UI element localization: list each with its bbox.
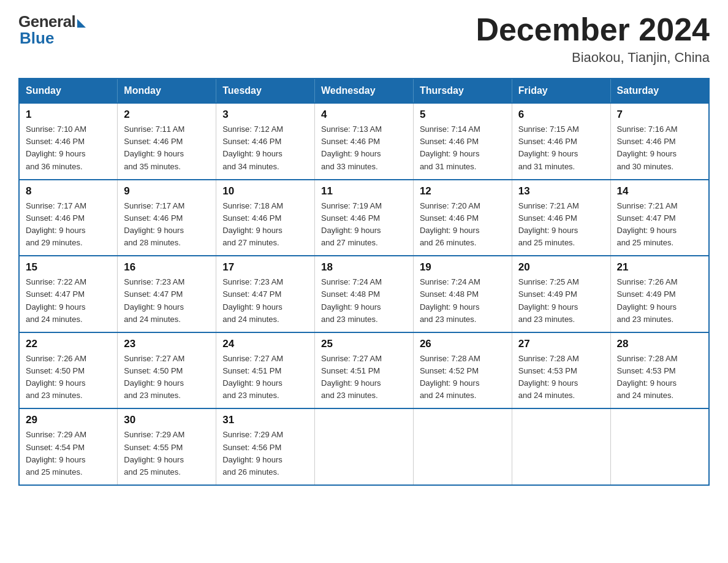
day-info: Sunrise: 7:14 AMSunset: 4:46 PMDaylight:… [420,123,506,173]
day-number: 13 [518,185,604,197]
day-info: Sunrise: 7:29 AMSunset: 4:54 PMDaylight:… [26,429,111,478]
day-number: 12 [420,185,506,197]
day-number: 15 [26,261,111,274]
day-info: Sunrise: 7:23 AMSunset: 4:47 PMDaylight:… [222,276,308,326]
day-number: 22 [26,338,111,350]
calendar-cell [315,408,414,485]
day-number: 26 [420,338,506,350]
calendar-cell: 24Sunrise: 7:27 AMSunset: 4:51 PMDayligh… [216,332,315,409]
day-number: 23 [124,338,210,350]
day-info: Sunrise: 7:28 AMSunset: 4:52 PMDaylight:… [420,353,506,402]
day-info: Sunrise: 7:27 AMSunset: 4:50 PMDaylight:… [124,353,210,402]
day-number: 4 [321,109,407,121]
day-info: Sunrise: 7:10 AMSunset: 4:46 PMDaylight:… [26,123,111,173]
day-number: 19 [420,261,506,274]
day-number: 2 [124,109,210,121]
month-title: December 2024 [476,12,710,47]
header-monday: Monday [118,79,216,103]
day-number: 29 [26,414,111,426]
day-info: Sunrise: 7:26 AMSunset: 4:50 PMDaylight:… [26,353,111,402]
calendar-cell: 31Sunrise: 7:29 AMSunset: 4:56 PMDayligh… [216,408,315,485]
day-number: 14 [617,185,702,197]
calendar-cell: 17Sunrise: 7:23 AMSunset: 4:47 PMDayligh… [216,256,315,332]
calendar-cell: 29Sunrise: 7:29 AMSunset: 4:54 PMDayligh… [19,408,118,485]
header-wednesday: Wednesday [315,79,414,103]
calendar-week-row: 22Sunrise: 7:26 AMSunset: 4:50 PMDayligh… [19,332,709,409]
day-number: 11 [321,185,407,197]
day-number: 27 [518,338,604,350]
calendar-cell: 22Sunrise: 7:26 AMSunset: 4:50 PMDayligh… [19,332,118,409]
calendar-table: SundayMondayTuesdayWednesdayThursdayFrid… [18,78,710,486]
calendar-cell: 9Sunrise: 7:17 AMSunset: 4:46 PMDaylight… [118,180,216,256]
calendar-cell: 16Sunrise: 7:23 AMSunset: 4:47 PMDayligh… [118,256,216,332]
calendar-week-row: 29Sunrise: 7:29 AMSunset: 4:54 PMDayligh… [19,408,709,485]
calendar-week-row: 15Sunrise: 7:22 AMSunset: 4:47 PMDayligh… [19,256,709,332]
calendar-cell: 14Sunrise: 7:21 AMSunset: 4:47 PMDayligh… [610,180,709,256]
calendar-cell: 25Sunrise: 7:27 AMSunset: 4:51 PMDayligh… [315,332,414,409]
calendar-cell [512,408,610,485]
day-info: Sunrise: 7:25 AMSunset: 4:49 PMDaylight:… [518,276,604,326]
calendar-cell: 10Sunrise: 7:18 AMSunset: 4:46 PMDayligh… [216,180,315,256]
day-info: Sunrise: 7:27 AMSunset: 4:51 PMDaylight:… [222,353,308,402]
header-sunday: Sunday [19,79,118,103]
logo: General Blue [18,12,86,48]
day-number: 8 [26,185,111,197]
day-info: Sunrise: 7:13 AMSunset: 4:46 PMDaylight:… [321,123,407,173]
day-info: Sunrise: 7:23 AMSunset: 4:47 PMDaylight:… [124,276,210,326]
calendar-cell: 15Sunrise: 7:22 AMSunset: 4:47 PMDayligh… [19,256,118,332]
calendar-cell: 5Sunrise: 7:14 AMSunset: 4:46 PMDaylight… [413,103,512,180]
day-number: 1 [26,109,111,121]
calendar-week-row: 8Sunrise: 7:17 AMSunset: 4:46 PMDaylight… [19,180,709,256]
calendar-cell: 26Sunrise: 7:28 AMSunset: 4:52 PMDayligh… [413,332,512,409]
day-info: Sunrise: 7:27 AMSunset: 4:51 PMDaylight:… [321,353,407,402]
calendar-cell: 12Sunrise: 7:20 AMSunset: 4:46 PMDayligh… [413,180,512,256]
calendar-header-row: SundayMondayTuesdayWednesdayThursdayFrid… [19,79,709,103]
calendar-week-row: 1Sunrise: 7:10 AMSunset: 4:46 PMDaylight… [19,103,709,180]
header-thursday: Thursday [413,79,512,103]
calendar-cell: 30Sunrise: 7:29 AMSunset: 4:55 PMDayligh… [118,408,216,485]
day-info: Sunrise: 7:15 AMSunset: 4:46 PMDaylight:… [518,123,604,173]
day-number: 5 [420,109,506,121]
calendar-cell: 3Sunrise: 7:12 AMSunset: 4:46 PMDaylight… [216,103,315,180]
day-number: 16 [124,261,210,274]
day-info: Sunrise: 7:22 AMSunset: 4:47 PMDaylight:… [26,276,111,326]
page-header: General Blue December 2024 Biaokou, Tian… [18,12,710,66]
calendar-cell [413,408,512,485]
calendar-cell: 8Sunrise: 7:17 AMSunset: 4:46 PMDaylight… [19,180,118,256]
calendar-cell: 20Sunrise: 7:25 AMSunset: 4:49 PMDayligh… [512,256,610,332]
calendar-cell: 27Sunrise: 7:28 AMSunset: 4:53 PMDayligh… [512,332,610,409]
day-info: Sunrise: 7:17 AMSunset: 4:46 PMDaylight:… [124,200,210,250]
day-info: Sunrise: 7:29 AMSunset: 4:55 PMDaylight:… [124,429,210,478]
day-number: 28 [617,338,702,350]
header-friday: Friday [512,79,610,103]
day-info: Sunrise: 7:24 AMSunset: 4:48 PMDaylight:… [420,276,506,326]
day-info: Sunrise: 7:24 AMSunset: 4:48 PMDaylight:… [321,276,407,326]
day-info: Sunrise: 7:12 AMSunset: 4:46 PMDaylight:… [222,123,308,173]
calendar-cell: 19Sunrise: 7:24 AMSunset: 4:48 PMDayligh… [413,256,512,332]
location: Biaokou, Tianjin, China [476,50,710,66]
logo-arrow-icon [77,19,86,28]
calendar-cell: 7Sunrise: 7:16 AMSunset: 4:46 PMDaylight… [610,103,709,180]
day-info: Sunrise: 7:11 AMSunset: 4:46 PMDaylight:… [124,123,210,173]
day-number: 6 [518,109,604,121]
day-info: Sunrise: 7:20 AMSunset: 4:46 PMDaylight:… [420,200,506,250]
title-section: December 2024 Biaokou, Tianjin, China [476,12,710,66]
calendar-cell: 4Sunrise: 7:13 AMSunset: 4:46 PMDaylight… [315,103,414,180]
day-info: Sunrise: 7:28 AMSunset: 4:53 PMDaylight:… [518,353,604,402]
day-info: Sunrise: 7:17 AMSunset: 4:46 PMDaylight:… [26,200,111,250]
calendar-cell: 1Sunrise: 7:10 AMSunset: 4:46 PMDaylight… [19,103,118,180]
day-number: 20 [518,261,604,274]
day-number: 25 [321,338,407,350]
calendar-cell: 23Sunrise: 7:27 AMSunset: 4:50 PMDayligh… [118,332,216,409]
day-number: 18 [321,261,407,274]
header-tuesday: Tuesday [216,79,315,103]
day-info: Sunrise: 7:26 AMSunset: 4:49 PMDaylight:… [617,276,702,326]
day-number: 21 [617,261,702,274]
calendar-cell [610,408,709,485]
calendar-cell: 11Sunrise: 7:19 AMSunset: 4:46 PMDayligh… [315,180,414,256]
day-number: 9 [124,185,210,197]
day-info: Sunrise: 7:29 AMSunset: 4:56 PMDaylight:… [222,429,308,478]
day-info: Sunrise: 7:18 AMSunset: 4:46 PMDaylight:… [222,200,308,250]
calendar-cell: 28Sunrise: 7:28 AMSunset: 4:53 PMDayligh… [610,332,709,409]
day-info: Sunrise: 7:21 AMSunset: 4:47 PMDaylight:… [617,200,702,250]
